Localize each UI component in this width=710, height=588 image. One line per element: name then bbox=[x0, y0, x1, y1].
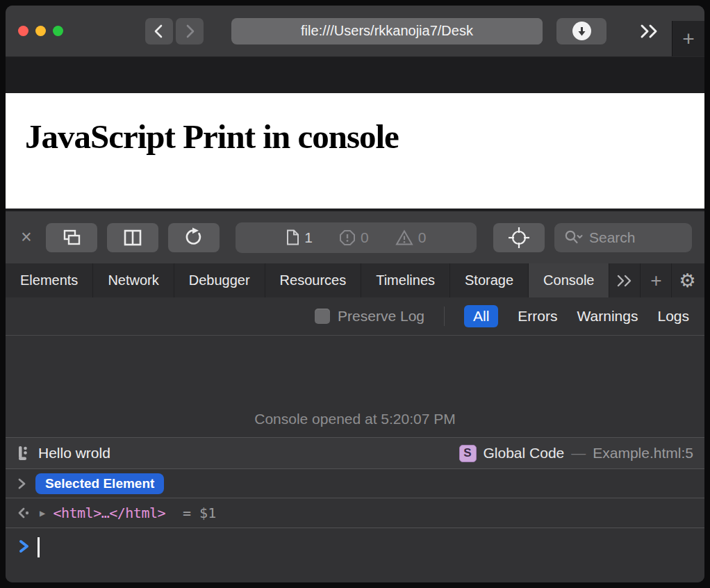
search-input[interactable]: Search bbox=[554, 223, 692, 252]
error-octagon-icon bbox=[339, 229, 356, 246]
source-separator: — bbox=[571, 445, 586, 462]
warning-triangle-icon bbox=[395, 229, 413, 246]
session-banner: Console opened at 5:20:07 PM bbox=[6, 336, 704, 438]
scope-warnings[interactable]: Warnings bbox=[577, 308, 638, 325]
disclosure-triangle[interactable]: ▶ bbox=[40, 507, 45, 518]
tab-storage[interactable]: Storage bbox=[450, 263, 529, 297]
settings-button[interactable]: ⚙ bbox=[672, 263, 702, 297]
log-message: Hello wrold bbox=[38, 445, 110, 462]
more-tabs-button[interactable] bbox=[609, 263, 641, 297]
close-window-button[interactable] bbox=[18, 26, 28, 36]
source-location-link[interactable]: Example.html:5 bbox=[593, 445, 693, 462]
search-icon bbox=[564, 229, 583, 246]
plus-icon: + bbox=[650, 271, 661, 291]
result-ref: = $1 bbox=[183, 505, 216, 521]
toolbar-overflow-button[interactable] bbox=[639, 23, 660, 40]
tab-console[interactable]: Console bbox=[529, 263, 609, 297]
tab-debugger[interactable]: Debugger bbox=[174, 263, 265, 297]
web-page-content: JavaScript Print in console bbox=[6, 93, 704, 209]
plus-icon: + bbox=[682, 28, 695, 49]
search-placeholder: Search bbox=[589, 229, 636, 246]
add-tab-button[interactable]: + bbox=[641, 263, 672, 297]
prompt-chevron-icon bbox=[18, 539, 30, 554]
close-inspector-button[interactable]: × bbox=[21, 228, 32, 247]
crosshair-icon bbox=[508, 227, 530, 249]
new-tab-button[interactable]: + bbox=[672, 21, 704, 56]
source-name: Global Code bbox=[484, 445, 565, 462]
page-heading: JavaScript Print in console bbox=[6, 93, 704, 156]
url-fade bbox=[511, 18, 543, 44]
reload-icon bbox=[184, 227, 204, 248]
console-panel: Console opened at 5:20:07 PM Hello wrold… bbox=[6, 336, 704, 582]
reload-button[interactable] bbox=[168, 223, 220, 252]
safari-window: file:///Users/rkkanojia7/Desk + JavaScri… bbox=[6, 6, 704, 582]
download-icon bbox=[572, 22, 591, 40]
address-bar-url: file:///Users/rkkanojia7/Desk bbox=[301, 23, 473, 39]
back-button[interactable] bbox=[145, 18, 173, 44]
element-picker-button[interactable] bbox=[493, 223, 545, 252]
preserve-log-checkbox[interactable] bbox=[315, 309, 330, 324]
page-count: 1 bbox=[286, 229, 313, 246]
forward-button[interactable] bbox=[176, 18, 204, 44]
console-input-echo-row[interactable]: Selected Element bbox=[6, 469, 704, 498]
resource-counts[interactable]: 1 0 0 bbox=[236, 222, 477, 253]
text-caret bbox=[38, 537, 40, 557]
back-chevron-icon bbox=[151, 23, 167, 40]
console-log-icon bbox=[17, 446, 30, 461]
double-chevron-icon bbox=[616, 274, 633, 288]
downloads-button[interactable] bbox=[556, 18, 606, 44]
split-view-button[interactable] bbox=[107, 223, 158, 252]
tab-network[interactable]: Network bbox=[93, 263, 174, 297]
inspector-toolbar: × 1 bbox=[6, 211, 704, 263]
maximize-window-button[interactable] bbox=[53, 26, 63, 36]
scope-logs[interactable]: Logs bbox=[657, 308, 689, 325]
console-log-row[interactable]: Hello wrold S Global Code — Example.html… bbox=[6, 438, 704, 469]
tab-resources[interactable]: Resources bbox=[265, 263, 362, 297]
console-prompt[interactable] bbox=[6, 528, 704, 582]
script-badge: S bbox=[459, 445, 477, 462]
warning-count: 0 bbox=[395, 229, 427, 246]
scope-errors[interactable]: Errors bbox=[518, 308, 557, 325]
preserve-log-label: Preserve Log bbox=[338, 308, 424, 325]
dock-windows-icon bbox=[61, 228, 82, 247]
log-source: S Global Code — Example.html:5 bbox=[459, 445, 693, 462]
selected-element-pill[interactable]: Selected Element bbox=[35, 473, 164, 494]
issue-count: 0 bbox=[339, 229, 369, 246]
scope-all[interactable]: All bbox=[464, 305, 498, 327]
minimize-window-button[interactable] bbox=[35, 26, 46, 36]
double-chevron-icon bbox=[639, 23, 660, 40]
window-controls bbox=[18, 26, 63, 36]
browser-toolbar: file:///Users/rkkanojia7/Desk + bbox=[6, 6, 704, 57]
document-icon bbox=[286, 229, 299, 245]
dock-side-button[interactable] bbox=[46, 223, 97, 252]
nav-buttons bbox=[145, 18, 204, 44]
result-value[interactable]: <html>…</html> bbox=[53, 505, 165, 521]
result-arrow-icon bbox=[17, 507, 32, 519]
filter-divider bbox=[444, 307, 445, 326]
tab-elements[interactable]: Elements bbox=[6, 263, 93, 297]
address-bar[interactable]: file:///Users/rkkanojia7/Desk bbox=[231, 18, 543, 44]
inspector-tab-bar: Elements Network Debugger Resources Time… bbox=[6, 263, 704, 297]
gear-icon: ⚙ bbox=[679, 271, 695, 290]
console-result-row[interactable]: ▶ <html>…</html> = $1 bbox=[6, 498, 704, 528]
console-filter-bar: Preserve Log All Errors Warnings Logs bbox=[6, 297, 704, 336]
split-columns-icon bbox=[123, 229, 142, 247]
preserve-log-control[interactable]: Preserve Log bbox=[315, 308, 424, 325]
forward-chevron-icon bbox=[182, 23, 197, 40]
input-chevron-icon bbox=[17, 477, 26, 490]
tab-timelines[interactable]: Timelines bbox=[361, 263, 450, 297]
tab-band bbox=[6, 57, 704, 93]
